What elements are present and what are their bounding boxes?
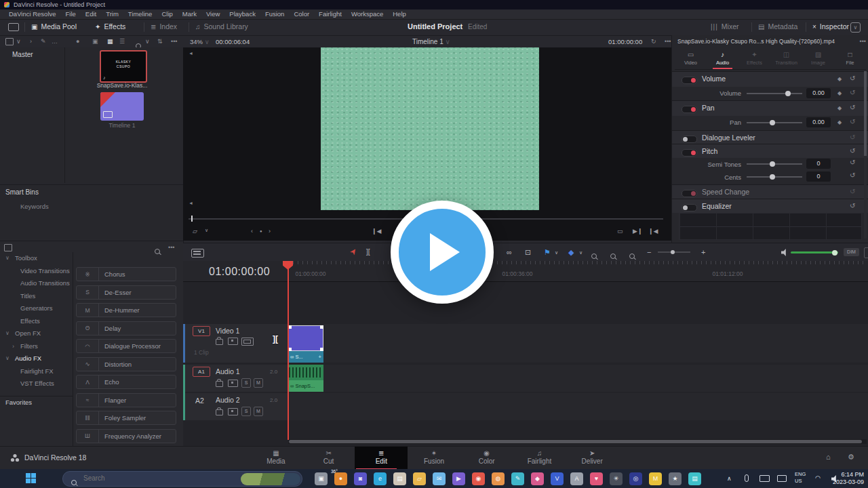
search-chevron-icon[interactable]: ∨: [145, 38, 150, 45]
effects-tree-item[interactable]: Fairlight FX: [0, 365, 73, 378]
smart-bins-header[interactable]: Smart Bins: [5, 188, 39, 196]
mute-button[interactable]: M: [254, 407, 263, 416]
first-frame-icon[interactable]: ❙◀: [372, 228, 381, 235]
fx-item[interactable]: S De-Esser: [76, 285, 176, 300]
auto-select-icon[interactable]: [228, 408, 238, 415]
reset-icon[interactable]: ↺: [850, 134, 855, 141]
effects-tree-item[interactable]: Open FX: [0, 327, 73, 340]
settings-gear-icon[interactable]: ⚙: [848, 453, 854, 462]
inspector-tab[interactable]: ▨ Image: [802, 49, 834, 69]
fx-options-icon[interactable]: •••: [168, 244, 174, 251]
effects-tree-item[interactable]: Audio Transitions: [0, 277, 73, 290]
taskbar-app-icon[interactable]: ▤: [688, 472, 701, 485]
speaker-icon[interactable]: [781, 249, 789, 256]
taskbar-app-icon[interactable]: ◍: [492, 472, 505, 485]
taskbar-app-icon[interactable]: e: [374, 472, 387, 485]
marker-chevron-icon[interactable]: ∨: [579, 250, 583, 256]
home-icon[interactable]: ⌂: [826, 453, 831, 461]
page-tab[interactable]: ➤ Deliver: [566, 447, 618, 470]
taskbar-search-box[interactable]: [62, 471, 302, 487]
effects-tree-item[interactable]: Titles: [0, 290, 73, 303]
flag-icon[interactable]: ⚑: [544, 248, 551, 257]
wifi-icon[interactable]: ◠: [815, 474, 821, 481]
effects-tree-item[interactable]: Filters: [0, 340, 73, 353]
fx-sidebar-toggle-icon[interactable]: [4, 244, 12, 251]
taskbar-app-icon[interactable]: ◙: [354, 472, 367, 485]
touchpad-icon[interactable]: [777, 475, 787, 482]
scrub-playhead[interactable]: [191, 216, 193, 222]
playhead-line[interactable]: [288, 261, 289, 440]
inspector-scrollbar[interactable]: [864, 71, 867, 239]
inspector-tab[interactable]: ✦ Effects: [738, 49, 770, 69]
audio-clip[interactable]: [288, 365, 323, 380]
panel-layout-toggle-icon[interactable]: ∨: [850, 22, 861, 33]
start-button[interactable]: [26, 473, 31, 478]
track-lock-icon[interactable]: [216, 409, 223, 415]
timeline-hscrollbar[interactable]: [288, 439, 867, 444]
zoom-out-button[interactable]: −: [647, 248, 651, 256]
page-tab[interactable]: ✶ Fusion: [408, 447, 460, 470]
fx-search-icon[interactable]: [155, 245, 160, 257]
speed-change-header[interactable]: Speed Change ↺: [672, 184, 868, 199]
taskbar-app-icon[interactable]: ▤: [393, 472, 406, 485]
jog-left-icon[interactable]: ‹: [251, 228, 253, 235]
keyframe-icon[interactable]: ◆: [837, 90, 842, 96]
effects-tree-item[interactable]: Toolbox: [0, 252, 73, 265]
track-lock-icon[interactable]: [216, 381, 223, 387]
menu-item[interactable]: Playback: [224, 9, 260, 18]
crop-chevron-icon[interactable]: ∨: [205, 228, 208, 233]
menu-item[interactable]: Trim: [101, 9, 123, 18]
menu-item[interactable]: Help: [388, 9, 411, 18]
match-frame-icon[interactable]: ↻: [651, 38, 656, 45]
taskbar-app-icon[interactable]: ◉: [472, 472, 485, 485]
inspector-tab[interactable]: ▭ Video: [675, 49, 707, 69]
marker-icon[interactable]: ◆: [568, 248, 574, 257]
next-frame-icon[interactable]: ▶❙: [633, 228, 642, 235]
fx-item[interactable]: ‖‖ Foley Sampler: [76, 411, 176, 425]
cents-value[interactable]: 0: [806, 171, 831, 182]
fx-item[interactable]: ∿ Distortion: [76, 357, 176, 371]
effects-tree-item[interactable]: Generators: [0, 302, 73, 315]
sort-icon[interactable]: ⇅: [157, 38, 163, 45]
keyboard-icon[interactable]: [760, 475, 770, 482]
equalizer-header[interactable]: Equalizer ↺: [672, 199, 868, 213]
pan-toggle[interactable]: [682, 106, 697, 113]
taskbar-clock[interactable]: 6:14 PM2023-03-09: [833, 471, 864, 486]
selection-tool-icon[interactable]: ➤: [347, 246, 359, 257]
menu-item[interactable]: Mark: [178, 9, 201, 18]
reset-icon[interactable]: ↺: [850, 89, 855, 96]
viewer-crop-icon[interactable]: ▱: [193, 228, 197, 235]
reset-icon[interactable]: ↺: [850, 171, 855, 179]
volume-toggle[interactable]: [682, 77, 697, 84]
equalizer-graph[interactable]: [679, 213, 862, 240]
volume-knob[interactable]: [785, 91, 791, 96]
last-frame-icon[interactable]: ❙◀: [648, 228, 658, 235]
video-clip[interactable]: [288, 325, 323, 351]
track-thumbnail-icon[interactable]: [241, 338, 254, 346]
fx-item[interactable]: ≈ Flanger: [76, 393, 176, 407]
meter-toggle-icon[interactable]: [864, 247, 868, 258]
track-id-badge[interactable]: A1: [193, 367, 210, 377]
camera-view-icon[interactable]: ▣: [92, 38, 98, 45]
taskbar-app-icon[interactable]: M: [649, 472, 662, 485]
fx-item[interactable]: ※ Chorus: [76, 267, 176, 281]
dialogue-leveler-toggle[interactable]: [682, 136, 697, 143]
fx-item[interactable]: Λ Echo: [76, 375, 176, 389]
bin-back-icon[interactable]: ›: [30, 38, 32, 45]
microphone-icon[interactable]: [745, 474, 749, 482]
track-lock-icon[interactable]: [216, 339, 223, 345]
taskbar-app-icon[interactable]: V: [551, 472, 564, 485]
mediapool-options-icon[interactable]: •••: [171, 38, 177, 45]
audio-level-slider[interactable]: [791, 251, 838, 253]
audio-clip-name-bar[interactable]: ∞ SnapS...: [288, 380, 323, 392]
pan-knob[interactable]: [770, 120, 775, 125]
media-pool-button[interactable]: ▣Media Pool: [31, 22, 77, 30]
page-tab[interactable]: ✂ Cut: [302, 447, 355, 470]
page-panel-toggle-icon[interactable]: [8, 23, 19, 31]
taskbar-app-icon[interactable]: ◎: [629, 472, 642, 485]
auto-select-icon[interactable]: [228, 338, 238, 345]
video-track-1[interactable]: V1 Video 1 1 Clip: [183, 324, 868, 363]
metadata-button[interactable]: ▤Metadata: [758, 22, 797, 30]
index-button[interactable]: ≣Index: [151, 22, 177, 30]
reset-icon[interactable]: ↺: [850, 118, 855, 125]
